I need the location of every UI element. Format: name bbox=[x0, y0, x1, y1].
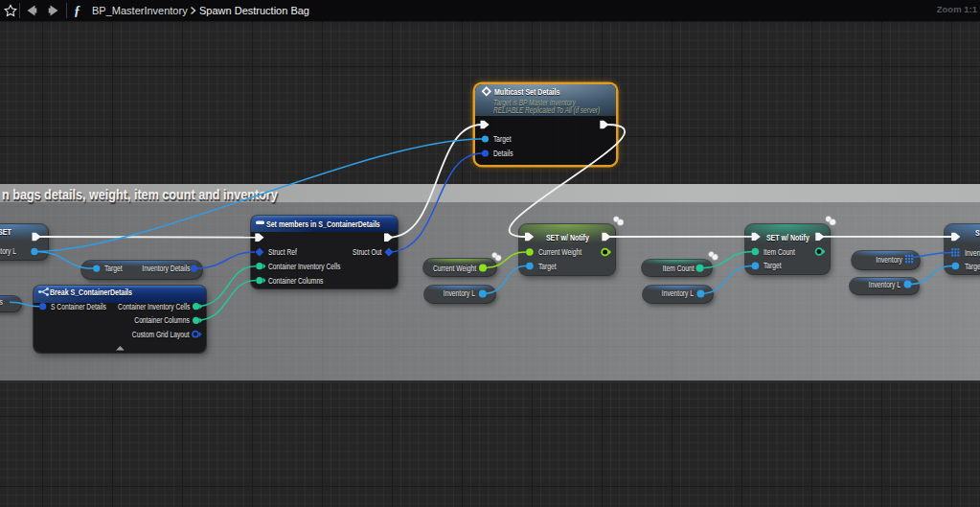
svg-text:ƒ: ƒ bbox=[74, 4, 80, 18]
